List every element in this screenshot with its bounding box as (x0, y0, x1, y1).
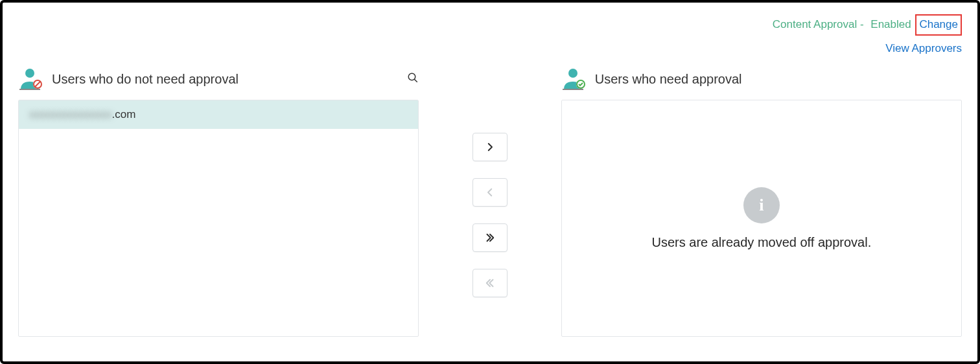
move-all-right-button[interactable] (472, 223, 508, 252)
chevron-left-icon (484, 187, 496, 198)
user-blocked-icon (18, 67, 44, 91)
move-all-left-button[interactable] (472, 269, 508, 297)
svg-rect-1 (19, 89, 40, 90)
status-value: Enabled (870, 18, 911, 30)
panel-no-approval-header: Users who do not need approval (18, 67, 419, 100)
mover-column (419, 67, 561, 337)
top-links: Content Approval - Enabled Change View A… (773, 14, 962, 57)
no-approval-user-list: xxxxxxxxxxxxxxx.com (18, 100, 419, 337)
panel-need-approval-header: Users who need approval (561, 67, 962, 100)
panels-row: Users who do not need approval xxxxxxxxx… (18, 67, 962, 337)
search-button[interactable] (407, 72, 419, 86)
empty-state-message: Users are already moved off approval. (652, 235, 872, 250)
need-approval-empty-state: i Users are already moved off approval. (561, 100, 962, 337)
move-right-button[interactable] (472, 133, 508, 161)
view-approvers-link[interactable]: View Approvers (885, 40, 962, 57)
chevron-right-icon (484, 141, 496, 153)
content-approval-screen: Content Approval - Enabled Change View A… (0, 0, 980, 364)
double-chevron-right-icon (484, 232, 496, 244)
svg-point-7 (568, 69, 578, 78)
info-icon: i (743, 187, 780, 223)
move-left-button[interactable] (472, 178, 508, 207)
search-icon (407, 72, 419, 84)
svg-line-6 (415, 79, 418, 82)
double-chevron-left-icon (484, 277, 496, 289)
user-check-icon (561, 67, 587, 91)
panel-no-approval-title: Users who do not need approval (52, 72, 239, 87)
svg-point-5 (409, 73, 416, 80)
list-item[interactable]: xxxxxxxxxxxxxxx.com (19, 100, 418, 129)
user-suffix: .com (112, 108, 136, 121)
panel-no-approval: Users who do not need approval xxxxxxxxx… (18, 67, 419, 337)
change-link[interactable]: Change (915, 14, 962, 36)
svg-point-0 (25, 69, 34, 78)
svg-rect-8 (563, 89, 583, 90)
panel-need-approval: Users who need approval i Users are alre… (561, 67, 962, 337)
user-masked-part: xxxxxxxxxxxxxxx (29, 108, 112, 121)
approval-status-line: Content Approval - Enabled Change (773, 14, 962, 36)
panel-need-approval-title: Users who need approval (595, 72, 742, 87)
status-prefix: Content Approval - (773, 18, 864, 30)
